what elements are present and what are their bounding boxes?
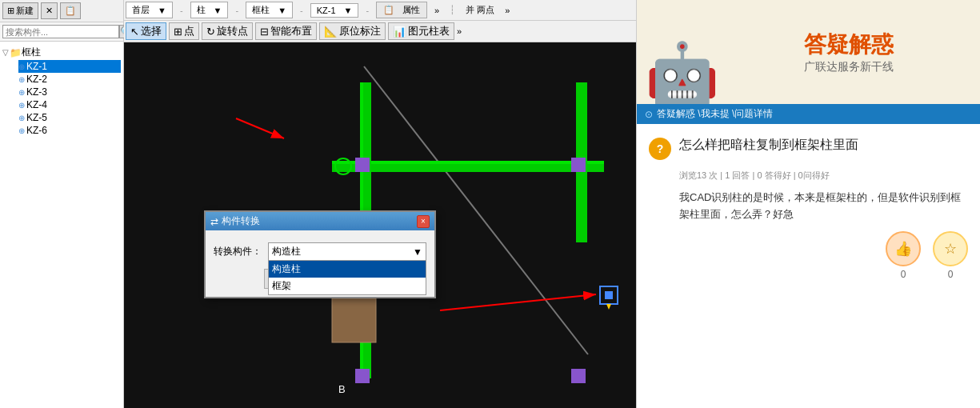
select-button[interactable]: ↖ 选择 xyxy=(126,22,166,40)
gear-icon-kz2: ⊕ xyxy=(18,75,25,84)
divider3: - xyxy=(297,5,306,16)
type-label: 柱 xyxy=(194,3,209,17)
floor-dropdown[interactable]: 首层 ▼ xyxy=(126,2,173,18)
svg-rect-15 xyxy=(332,298,376,342)
left-panel: ⊞ 新建 ✕ 📋 🔍 ▽ 📁 框柱 ⊕ KZ-1 xyxy=(0,0,124,408)
svg-rect-11 xyxy=(355,369,370,383)
dialog-box: ⇄ 构件转换 × 转换构件： 构造柱 ▼ xyxy=(204,210,436,298)
divider5: ┆ xyxy=(446,4,458,16)
banner-subtitle: 广联达服务新干线 xyxy=(804,60,894,74)
kz3-label: KZ-3 xyxy=(26,86,47,98)
rotate-point-button[interactable]: ↻ 旋转点 xyxy=(202,22,253,40)
kz5-label: KZ-5 xyxy=(26,112,47,123)
tree-child-kz5[interactable]: ⊕ KZ-5 xyxy=(18,111,121,124)
question-icon: ? xyxy=(649,138,671,160)
like-icon: 👍 xyxy=(894,240,912,258)
kz1-drop-label: KZ-1 xyxy=(314,5,339,16)
tree-child-kz1[interactable]: ⊕ KZ-1 xyxy=(18,60,121,73)
rotate-label: 旋转点 xyxy=(217,24,248,38)
table-icon: 📊 xyxy=(393,26,406,38)
gear-icon-kz4: ⊕ xyxy=(18,101,25,110)
attr-button[interactable]: 📋 属性 xyxy=(376,2,427,18)
dialog-content: 转换构件： 构造柱 ▼ 构造柱 框架 xyxy=(206,230,434,297)
form-label: 转换构件： xyxy=(214,245,262,258)
dropdown-item-gouzhu[interactable]: 构造柱 xyxy=(269,261,426,278)
center-toolbar-top: 首层 ▼ - 柱 ▼ - 框柱 ▼ - KZ-1 ▼ - 📋 属性 xyxy=(124,0,636,21)
form-select[interactable]: 构造柱 ▼ xyxy=(268,242,426,261)
search-input[interactable] xyxy=(2,25,119,38)
divider1: - xyxy=(177,5,186,16)
star-icon: ☆ xyxy=(944,240,957,258)
dialog-close-button[interactable]: × xyxy=(417,215,430,228)
right-banner: 🤖 答疑解惑 广联达服务新干线 xyxy=(637,0,980,104)
origin-mark-button[interactable]: 📐 原位标注 xyxy=(319,22,386,40)
banner-title: 答疑解惑 xyxy=(804,30,894,60)
tree-child-kz6[interactable]: ⊕ KZ-6 xyxy=(18,124,121,137)
gear-icon-kz6: ⊕ xyxy=(18,126,25,135)
tree-child-kz3[interactable]: ⊕ KZ-3 xyxy=(18,86,121,98)
question-body: 我CAD识别柱的是时候，本来是框架柱的，但是软件识别到框架柱里面，怎么弄？好急 xyxy=(649,190,968,223)
close-button[interactable]: ✕ xyxy=(41,2,58,19)
right-breadcrumb: ⊙ 答疑解惑 \我未提 \问题详情 xyxy=(637,104,980,124)
kz2-label: KZ-2 xyxy=(26,74,47,85)
tree-root-label: 框柱 xyxy=(22,46,41,59)
smart-layout-button[interactable]: ⊟ 智能布置 xyxy=(255,22,317,40)
divider2: - xyxy=(232,5,242,16)
chevron-down-icon4: ▼ xyxy=(341,5,356,16)
tree-parent-kz[interactable]: ▽ 📁 框柱 xyxy=(2,45,121,60)
table-button[interactable]: 📊 图元柱表 xyxy=(388,22,454,40)
kz1-dropdown[interactable]: KZ-1 ▼ xyxy=(310,3,359,18)
like-button[interactable]: 👍 0 xyxy=(886,231,921,280)
form-row: 转换构件： 构造柱 ▼ 构造柱 框架 xyxy=(214,242,426,261)
tree-node-root: ▽ 📁 框柱 ⊕ KZ-1 ⊕ KZ-2 ⊕ KZ-3 xyxy=(2,44,121,138)
more-btn-tb2[interactable]: » xyxy=(457,26,462,36)
chevron-down-icon: ▼ xyxy=(154,5,170,16)
gear-icon-kz3: ⊕ xyxy=(18,88,25,97)
dialog-icon: ⇄ xyxy=(210,216,218,227)
star-circle[interactable]: ☆ xyxy=(933,231,968,266)
smart-icon: ⊟ xyxy=(260,26,269,38)
copy-button[interactable]: 📋 xyxy=(60,2,81,19)
folder-icon: 📁 xyxy=(10,48,20,58)
svg-rect-8 xyxy=(355,158,370,172)
cad-area[interactable]: B xyxy=(124,42,636,408)
select-value: 构造柱 xyxy=(272,245,301,258)
mascot-emoji: 🤖 xyxy=(645,44,720,104)
more-btn-top[interactable]: » xyxy=(431,5,442,16)
chevron-down-icon2: ▼ xyxy=(210,5,226,16)
center-panel: 首层 ▼ - 柱 ▼ - 框柱 ▼ - KZ-1 ▼ - 📋 属性 xyxy=(124,0,636,408)
svg-rect-9 xyxy=(571,158,586,172)
breadcrumb-icon: ⊙ xyxy=(645,109,653,120)
kz1-label: KZ-1 xyxy=(26,61,47,72)
right-content: ? 怎么样把暗柱复制到框架柱里面 浏览13 次 | 1 回答 | 0 答得好 |… xyxy=(637,124,980,408)
like-count: 0 xyxy=(901,269,906,280)
expand-icon: ▽ xyxy=(2,48,9,57)
floor-label: 首层 xyxy=(129,3,153,17)
kz4-label: KZ-4 xyxy=(26,99,47,110)
form-select-wrapper: 构造柱 ▼ 构造柱 框架 xyxy=(268,242,426,261)
type-dropdown[interactable]: 柱 ▼ xyxy=(190,2,229,18)
dropdown-item-kuangjia[interactable]: 框架 xyxy=(269,278,426,294)
star-button[interactable]: ☆ 0 xyxy=(933,231,968,280)
dialog-title-text: ⇄ 构件转换 xyxy=(210,214,260,228)
question-meta: 浏览13 次 | 1 回答 | 0 答得好 | 0问得好 xyxy=(649,170,968,182)
close-icon: × xyxy=(421,217,426,226)
origin-label: 原位标注 xyxy=(339,24,381,38)
star-count: 0 xyxy=(948,269,954,280)
point-icon: ⊞ xyxy=(174,26,182,38)
point-button[interactable]: ⊞ 点 xyxy=(169,22,199,40)
like-circle[interactable]: 👍 xyxy=(886,231,921,266)
left-toolbar: ⊞ 新建 ✕ 📋 xyxy=(0,0,123,22)
smart-label: 智能布置 xyxy=(270,24,312,38)
attr-label: 属性 xyxy=(399,3,423,17)
divider4: - xyxy=(362,5,372,16)
subtype-label: 框柱 xyxy=(249,3,273,17)
more-btn-top2[interactable]: » xyxy=(502,5,513,16)
chevron-down-icon3: ▼ xyxy=(274,5,290,16)
right-panel: 🤖 答疑解惑 广联达服务新干线 ⊙ 答疑解惑 \我未提 \问题详情 ? 怎么样把… xyxy=(636,0,980,408)
tree-child-kz4[interactable]: ⊕ KZ-4 xyxy=(18,98,121,111)
subtype-dropdown[interactable]: 框柱 ▼ xyxy=(246,2,293,18)
new-button[interactable]: ⊞ 新建 xyxy=(2,2,38,19)
tree-child-kz2[interactable]: ⊕ KZ-2 xyxy=(18,73,121,86)
two-points-label: 并 两点 xyxy=(462,3,498,17)
